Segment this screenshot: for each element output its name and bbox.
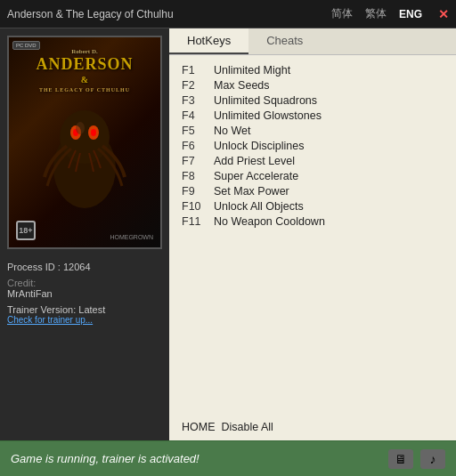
hotkey-key-f11: F11 <box>182 215 214 228</box>
hotkey-key-f3: F3 <box>182 94 214 107</box>
process-id: Process ID : 12064 <box>7 262 162 272</box>
creature-svg <box>31 97 138 213</box>
hotkey-row-f1: F1 Unlimited Might <box>182 64 444 77</box>
svg-point-5 <box>91 129 96 136</box>
hotkey-row-f6: F6 Unlock Disciplines <box>182 140 444 152</box>
hotkey-action-f1: Unlimited Might <box>214 64 290 77</box>
hotkey-action-f6: Unlock Disciplines <box>214 140 304 152</box>
hotkey-key-f5: F5 <box>182 125 214 137</box>
hotkey-action-f7: Add Priest Level <box>214 155 295 167</box>
left-panel: PC DVD Robert D. ANDERSON & THE LEGACY O… <box>0 28 169 440</box>
lang-english[interactable]: ENG <box>395 6 426 22</box>
music-icon: ♪ <box>430 452 436 466</box>
svg-point-1 <box>60 110 110 164</box>
hotkey-row-f3: F3 Unlimited Squadrons <box>182 94 444 107</box>
version-row: Trainer Version: Latest Check for traine… <box>7 304 162 325</box>
game-title-line2: & <box>36 75 133 85</box>
game-image: PC DVD Robert D. ANDERSON & THE LEGACY O… <box>7 36 162 249</box>
hotkeys-content: F1 Unlimited Might F2 Max Seeds F3 Unlim… <box>169 55 456 417</box>
title-bar: Anderson & The Legacy of Cthulhu 简体 繁体 E… <box>0 0 456 28</box>
home-key: HOME <box>182 421 221 433</box>
hotkey-key-f9: F9 <box>182 185 214 198</box>
update-link[interactable]: Check for trainer up... <box>7 315 162 325</box>
main-content: PC DVD Robert D. ANDERSON & THE LEGACY O… <box>0 28 456 440</box>
hotkey-row-f4: F4 Unlimited Glowstones <box>182 109 444 122</box>
developer-logo: HOMEGROWN <box>110 234 153 240</box>
game-title-line1: ANDERSON <box>36 55 133 75</box>
credit-label: Credit: <box>7 278 162 288</box>
credit-row: Credit: MrAntiFan <box>7 278 162 299</box>
creature-art <box>31 97 138 213</box>
trainer-version: Trainer Version: Latest <box>7 304 162 315</box>
hotkey-action-f4: Unlimited Glowstones <box>214 109 322 122</box>
hotkey-key-f1: F1 <box>182 64 214 77</box>
info-section: Process ID : 12064 Credit: MrAntiFan Tra… <box>7 258 162 334</box>
hotkey-key-f7: F7 <box>182 155 214 167</box>
hotkey-action-f8: Super Accelerate <box>214 170 298 182</box>
age-rating-badge: 18+ <box>16 221 36 240</box>
status-message: Game is running, trainer is activated! <box>11 452 200 465</box>
hotkey-row-f8: F8 Super Accelerate <box>182 170 444 182</box>
credit-value: MrAntiFan <box>7 288 162 299</box>
tab-hotkeys[interactable]: HotKeys <box>169 28 248 54</box>
right-panel: HotKeys Cheats F1 Unlimited Might F2 Max… <box>169 28 456 440</box>
hotkey-row-f11: F11 No Weapon Cooldown <box>182 215 444 228</box>
hotkey-key-f6: F6 <box>182 140 214 152</box>
window-title: Anderson & The Legacy of Cthulhu <box>7 8 328 20</box>
hotkey-key-f10: F10 <box>182 200 214 213</box>
hotkey-key-f8: F8 <box>182 170 214 182</box>
hotkey-key-f4: F4 <box>182 109 214 122</box>
monitor-icon-button[interactable]: 🖥 <box>388 449 413 469</box>
svg-point-6 <box>76 122 85 134</box>
hotkey-row-f7: F7 Add Priest Level <box>182 155 444 167</box>
process-row: Process ID : 12064 <box>7 262 162 272</box>
game-subtitle: THE LEGACY OF CTHULHU <box>36 87 133 93</box>
monitor-icon: 🖥 <box>395 452 407 466</box>
hotkey-row-f10: F10 Unlock All Objects <box>182 200 444 213</box>
tabs-bar: HotKeys Cheats <box>169 28 456 55</box>
hotkey-action-f3: Unlimited Squadrons <box>214 94 317 107</box>
hotkey-row-f5: F5 No Wet <box>182 125 444 137</box>
hotkey-key-f2: F2 <box>182 79 214 92</box>
hotkey-row-f9: F9 Set Max Power <box>182 185 444 198</box>
hotkey-action-f5: No Wet <box>214 125 250 137</box>
home-key-row: HOME Disable All <box>182 421 444 433</box>
language-group: 简体 繁体 ENG ✕ <box>328 4 449 23</box>
game-title-image: Robert D. ANDERSON & THE LEGACY OF CTHUL… <box>36 48 133 93</box>
status-bar: Game is running, trainer is activated! 🖥… <box>0 440 456 476</box>
tab-cheats[interactable]: Cheats <box>248 28 321 54</box>
home-action: Disable All <box>221 421 273 433</box>
lang-traditional[interactable]: 繁体 <box>362 4 390 23</box>
home-section: HOME Disable All <box>169 417 456 440</box>
pc-dvd-badge: PC DVD <box>12 41 40 50</box>
lang-simplified[interactable]: 简体 <box>328 4 356 23</box>
game-image-inner: PC DVD Robert D. ANDERSON & THE LEGACY O… <box>9 37 160 247</box>
hotkey-action-f2: Max Seeds <box>214 79 270 92</box>
hotkey-action-f9: Set Max Power <box>214 185 289 198</box>
hotkey-action-f10: Unlock All Objects <box>214 200 304 213</box>
music-icon-button[interactable]: ♪ <box>420 449 445 469</box>
hotkey-row-f2: F2 Max Seeds <box>182 79 444 92</box>
close-button[interactable]: ✕ <box>438 7 449 21</box>
status-icons: 🖥 ♪ <box>388 449 445 469</box>
hotkey-action-f11: No Weapon Cooldown <box>214 215 325 228</box>
